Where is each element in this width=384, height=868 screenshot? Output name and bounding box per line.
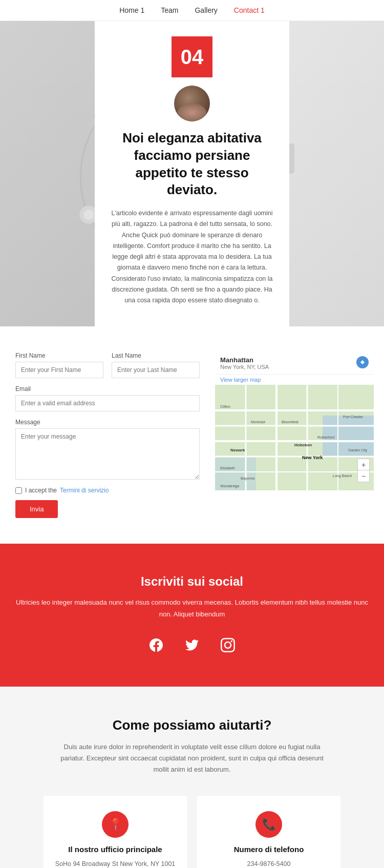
first-name-label: First Name <box>15 352 103 359</box>
map-location-name: Manhattan <box>220 356 269 364</box>
avatar <box>174 86 210 121</box>
last-name-label: Last Name <box>112 352 200 359</box>
social-text: Ultricies leo integer malesuada nunc vel… <box>15 597 369 619</box>
email-label: Email <box>15 385 200 392</box>
office-title: Il nostro ufficio principale <box>54 845 177 854</box>
message-input[interactable] <box>15 428 200 480</box>
info-cards-grid: 📍 Il nostro ufficio principale SoHo 94 B… <box>44 796 340 868</box>
facebook-icon[interactable] <box>145 634 167 656</box>
map-container: Manhattan New York, NY, USA View larger … <box>215 352 374 490</box>
svg-text:Long Beach: Long Beach <box>333 474 352 478</box>
map-zoom-out[interactable]: − <box>358 470 369 482</box>
map-directions-button[interactable] <box>356 356 369 368</box>
svg-text:Woodbridge: Woodbridge <box>220 484 240 488</box>
svg-text:Newark: Newark <box>230 448 245 452</box>
help-text: Duis aute irure dolor in reprehenderit i… <box>59 741 325 775</box>
phone-icon: 📞 <box>255 811 282 838</box>
svg-point-1 <box>83 210 94 220</box>
contact-section: First Name Last Name Email Message I acc… <box>0 326 384 544</box>
svg-text:Rutherford: Rutherford <box>317 436 334 439</box>
map-header: Manhattan New York, NY, USA <box>215 352 374 375</box>
hero-title: Noi eleganza abitativa facciamo persiane… <box>110 130 274 199</box>
terms-link[interactable]: Termini di servizio <box>60 487 109 494</box>
nav-team[interactable]: Team <box>161 6 178 14</box>
social-icons <box>15 634 369 656</box>
svg-text:Elizabeth: Elizabeth <box>220 466 235 470</box>
map-location-sub: New York, NY, USA <box>220 364 269 370</box>
help-title: Come possiamo aiutarti? <box>15 717 369 733</box>
submit-button[interactable]: Invia <box>15 500 58 518</box>
navigation: Home 1 Team Gallery Contact 1 <box>0 0 384 21</box>
info-card-office: 📍 Il nostro ufficio principale SoHo 94 B… <box>44 796 187 868</box>
map-illustration: Clifton Montclair Rutherford Bloomfield … <box>215 385 374 490</box>
last-name-input[interactable] <box>112 362 200 378</box>
hero-number: 04 <box>172 36 212 77</box>
svg-text:Garden City: Garden City <box>348 448 368 452</box>
hero-body: L'articolo evidente è arrivato espressam… <box>110 208 274 306</box>
map-view-larger-link[interactable]: View larger map <box>215 375 374 385</box>
email-group: Email <box>15 385 200 411</box>
phone-text: 234-9876-5400888-0123-4567 (numero verde… <box>207 859 330 868</box>
phone-title: Numero di telefono <box>207 845 330 854</box>
svg-text:Port Chester: Port Chester <box>343 415 364 419</box>
svg-text:Bloomfield: Bloomfield <box>282 420 298 424</box>
office-icon: 📍 <box>102 811 129 838</box>
help-section: Come possiamo aiutarti? Duis aute irure … <box>0 687 384 868</box>
instagram-icon[interactable] <box>217 634 239 656</box>
checkbox-label: I accept the <box>25 487 57 494</box>
social-title: Iscriviti sui social <box>15 574 369 589</box>
first-name-input[interactable] <box>15 362 103 378</box>
contact-form: First Name Last Name Email Message I acc… <box>15 352 200 518</box>
first-name-group: First Name <box>15 352 103 378</box>
terms-checkbox[interactable] <box>15 487 22 494</box>
message-label: Message <box>15 419 200 426</box>
svg-text:Bayonne: Bayonne <box>241 477 255 481</box>
info-card-phone: 📞 Numero di telefono 234-9876-5400888-01… <box>197 796 340 868</box>
hero-section: ⌘ A S D F G H J K L ö ; Z X N M 04 Noi e… <box>0 21 384 326</box>
email-input[interactable] <box>15 395 200 411</box>
map-zoom-in[interactable]: + <box>358 459 369 470</box>
svg-text:Clifton: Clifton <box>220 405 230 408</box>
nav-contact[interactable]: Contact 1 <box>234 6 265 14</box>
svg-text:New York: New York <box>302 455 323 460</box>
terms-row: I accept the Termini di servizio <box>15 487 200 494</box>
nav-home[interactable]: Home 1 <box>119 6 144 14</box>
map[interactable]: Manhattan New York, NY, USA View larger … <box>215 352 374 490</box>
map-body: Clifton Montclair Rutherford Bloomfield … <box>215 385 374 490</box>
svg-text:Hoboken: Hoboken <box>294 443 312 447</box>
last-name-group: Last Name <box>112 352 200 378</box>
twitter-icon[interactable] <box>181 634 203 656</box>
hero-card: 04 Noi eleganza abitativa facciamo persi… <box>95 21 289 326</box>
social-section: Iscriviti sui social Ultricies leo integ… <box>0 544 384 686</box>
message-group: Message <box>15 419 200 480</box>
svg-text:Montclair: Montclair <box>251 420 266 424</box>
nav-gallery[interactable]: Gallery <box>195 6 217 14</box>
office-text: SoHo 94 Broadway St New York, NY 1001 <box>54 859 177 868</box>
map-zoom-controls: + − <box>357 459 370 482</box>
